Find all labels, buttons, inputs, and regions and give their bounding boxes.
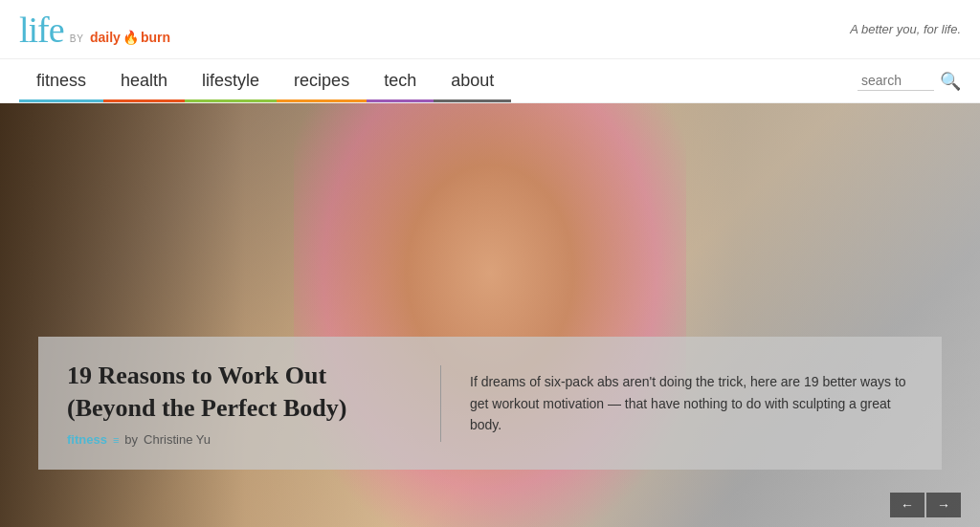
burn-name: burn [141, 30, 170, 45]
site-header: life BY daily 🔥 burn A better you, for l… [0, 0, 980, 59]
logo-by: BY [70, 33, 84, 44]
nav-item-fitness[interactable]: fitness [19, 59, 103, 102]
nav-item-tech[interactable]: tech [367, 59, 434, 102]
hero-description: If dreams of six-pack abs aren't doing t… [470, 371, 913, 435]
search-icon: 🔍 [940, 72, 961, 91]
hero-left: 19 Reasons to Work Out (Beyond the Perfe… [67, 360, 412, 447]
hero-title[interactable]: 19 Reasons to Work Out (Beyond the Perfe… [67, 360, 412, 425]
logo-dailyburn[interactable]: daily 🔥 burn [90, 30, 170, 45]
hero-lines-icon: ≡ [113, 434, 119, 446]
nav-item-recipes[interactable]: recipes [277, 59, 367, 102]
hero-author[interactable]: Christine Yu [144, 432, 211, 447]
nav-item-health[interactable]: health [103, 59, 185, 102]
search-button[interactable]: 🔍 [940, 71, 961, 92]
hero-prev-button[interactable]: ← [890, 493, 924, 517]
search-input[interactable] [858, 71, 934, 91]
logo-life[interactable]: life [19, 11, 64, 48]
hero-next-button[interactable]: → [926, 493, 961, 517]
hero-meta: fitness ≡ by Christine Yu [67, 432, 412, 447]
dailyburn-name: daily [90, 30, 121, 45]
nav-links: fitness health lifestyle recipes tech ab… [19, 59, 511, 102]
tagline: A better you, for life. [850, 22, 961, 36]
nav-item-about[interactable]: about [434, 59, 511, 102]
nav-item-lifestyle[interactable]: lifestyle [185, 59, 277, 102]
hero-author-prefix: by [124, 432, 138, 447]
hero-section: 19 Reasons to Work Out (Beyond the Perfe… [0, 103, 980, 527]
hero-category[interactable]: fitness [67, 432, 107, 447]
main-nav: fitness health lifestyle recipes tech ab… [0, 59, 980, 103]
hero-navigation: ← → [890, 493, 961, 517]
hero-overlay: 19 Reasons to Work Out (Beyond the Perfe… [38, 337, 942, 470]
hero-divider [440, 365, 441, 442]
search-area: 🔍 [858, 71, 961, 92]
logo-area: life BY daily 🔥 burn [19, 11, 170, 48]
flame-icon: 🔥 [122, 30, 139, 45]
hero-right: If dreams of six-pack abs aren't doing t… [470, 371, 913, 435]
